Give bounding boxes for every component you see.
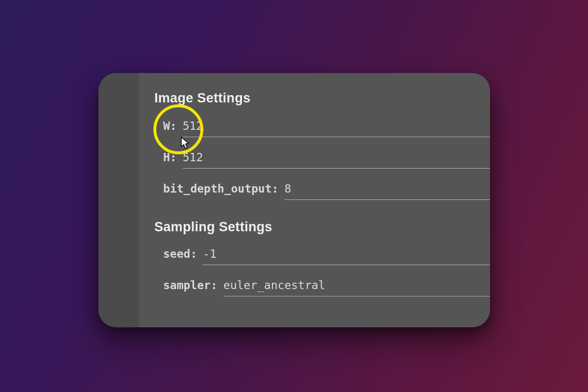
height-field-row: H: 512 (154, 151, 490, 167)
bit-depth-output-value[interactable]: 8 (284, 182, 291, 198)
sampler-value[interactable]: euler_ancestral (223, 279, 325, 294)
bit-depth-output-underline (284, 199, 490, 200)
seed-label: seed: (163, 247, 197, 260)
seed-field-row: seed: -1 (154, 247, 490, 263)
sampler-underline (223, 296, 490, 296)
width-label: W: (163, 120, 177, 132)
sampler-field-row: sampler: euler_ancestral (154, 279, 490, 294)
sampler-input[interactable]: euler_ancestral (223, 279, 490, 294)
height-underline (183, 168, 490, 169)
width-field-row: W: 512 (154, 120, 490, 135)
height-label: H: (163, 151, 177, 164)
seed-underline (203, 265, 490, 265)
bit-depth-output-input[interactable]: 8 (284, 182, 490, 198)
app-background: Image Settings W: 512 H: 512 bit_depth_ (0, 0, 588, 392)
sampler-label: sampler: (163, 279, 218, 292)
width-value[interactable]: 512 (183, 120, 203, 135)
seed-value[interactable]: -1 (203, 247, 217, 263)
image-settings-heading: Image Settings (154, 91, 490, 106)
bit-depth-output-field-row: bit_depth_output: 8 (154, 182, 490, 198)
width-input[interactable]: 512 (183, 120, 490, 135)
height-input[interactable]: 512 (183, 151, 490, 167)
bit-depth-output-label: bit_depth_output: (163, 182, 278, 195)
width-underline (183, 137, 490, 137)
settings-panel: Image Settings W: 512 H: 512 bit_depth_ (98, 73, 490, 327)
height-value[interactable]: 512 (183, 151, 203, 167)
seed-input[interactable]: -1 (203, 247, 490, 263)
panel-content: Image Settings W: 512 H: 512 bit_depth_ (139, 73, 490, 327)
sampling-settings-heading: Sampling Settings (154, 220, 490, 235)
panel-left-strip (98, 73, 139, 327)
